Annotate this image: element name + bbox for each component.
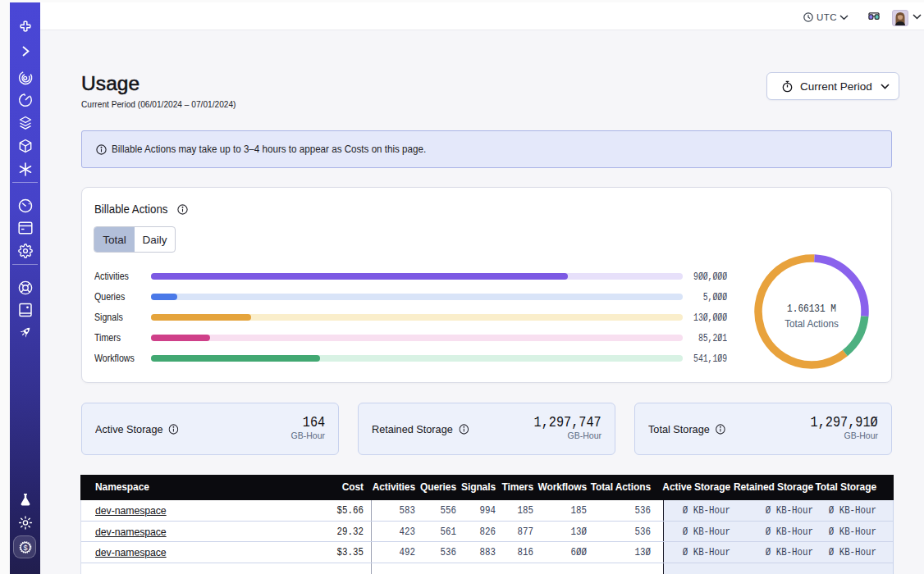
svg-text:$: $ — [23, 544, 27, 552]
